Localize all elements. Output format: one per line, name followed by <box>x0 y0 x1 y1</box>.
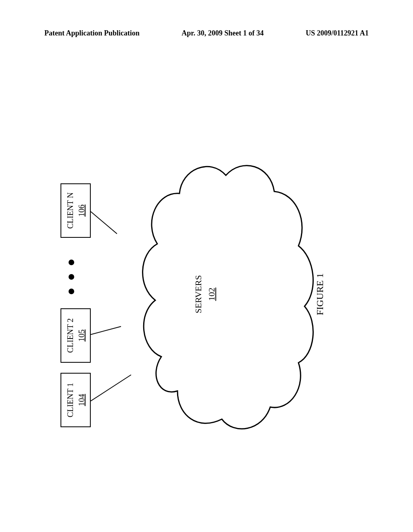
page-header: Patent Application Publication Apr. 30, … <box>0 29 413 37</box>
client-1-box: CLIENT 1 104 <box>60 373 91 427</box>
client-2-label: CLIENT 2 <box>65 318 76 353</box>
servers-label: SERVERS <box>193 275 203 314</box>
servers-ref: 102 <box>206 288 217 301</box>
header-sheet-info: Apr. 30, 2009 Sheet 1 of 34 <box>181 29 263 37</box>
client-n-ref: 106 <box>76 205 87 217</box>
client-2-ref: 105 <box>76 330 87 342</box>
figure-caption: FIGURE 1 <box>315 157 325 431</box>
servers-cloud-label: SERVERS 102 <box>192 157 218 431</box>
header-patent-number: US 2009/0112921 A1 <box>306 29 369 37</box>
header-publication: Patent Application Publication <box>44 29 140 37</box>
figure-diagram: CLIENT 1 104 CLIENT 2 105 CLIENT N 106 <box>60 121 343 427</box>
client-1-label: CLIENT 1 <box>65 383 76 418</box>
client-n-box: CLIENT N 106 <box>60 183 91 238</box>
ellipsis-icon <box>69 260 74 294</box>
client-1-ref: 104 <box>76 394 87 406</box>
client-2-box: CLIENT 2 105 <box>60 308 91 363</box>
client-n-label: CLIENT N <box>65 192 76 229</box>
